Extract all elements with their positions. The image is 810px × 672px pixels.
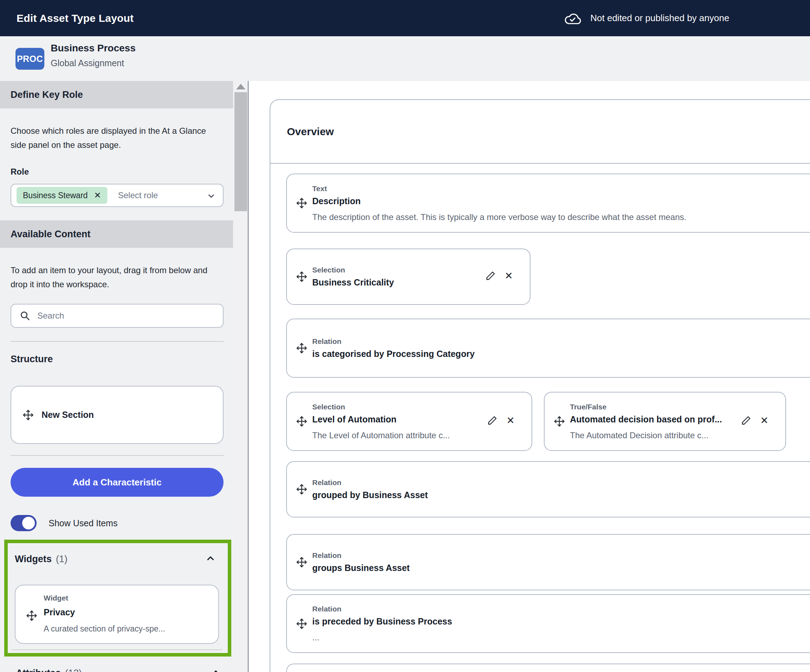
- add-characteristic-button[interactable]: Add a Characteristic: [10, 468, 224, 497]
- new-section-card[interactable]: New Section: [10, 386, 224, 444]
- card-description: The Automated Decision attribute c...: [570, 431, 729, 441]
- card-description: The Level of Automation attribute c...: [312, 431, 475, 441]
- card-title: Business Criticality: [312, 277, 474, 288]
- overview-section-title: Overview: [287, 126, 334, 138]
- collapse-widgets-icon[interactable]: [205, 553, 216, 565]
- layout-card-description[interactable]: Text Description The description of the …: [286, 174, 810, 233]
- layout-card-grouped-by-business-asset[interactable]: Relation grouped by Business Asset: [286, 461, 810, 517]
- card-type-label: Relation: [312, 551, 778, 560]
- layout-workspace: Overview Text Description The descriptio…: [248, 81, 810, 672]
- show-used-items-toggle[interactable]: [10, 515, 37, 531]
- card-type-label: True/False: [570, 403, 729, 411]
- edit-icon[interactable]: [485, 271, 496, 281]
- card-description: The description of the asset. This is ty…: [312, 212, 778, 222]
- widgets-heading-row: Widgets (1): [15, 553, 221, 565]
- publish-status: Not edited or published by anyone: [564, 0, 810, 36]
- available-content-header: Available Content: [0, 220, 233, 248]
- overview-section-header: Overview: [270, 100, 810, 164]
- available-content-description: To add an item to your layout, drag it f…: [10, 263, 215, 292]
- card-title: is preceded by Business Process: [312, 616, 778, 626]
- layout-card-business-criticality[interactable]: Selection Business Criticality ✕: [286, 248, 530, 305]
- widget-type-label: Widget: [44, 594, 68, 602]
- widget-card-privacy[interactable]: Widget Privacy A curated section of priv…: [15, 585, 219, 644]
- move-icon[interactable]: [22, 409, 34, 420]
- role-tag-label: Business Steward: [23, 191, 88, 200]
- widget-description: A curated section of privacy-spe...: [44, 624, 165, 634]
- remove-icon[interactable]: ✕: [505, 271, 513, 281]
- move-icon[interactable]: [26, 610, 37, 621]
- publish-status-text: Not edited or published by anyone: [591, 13, 729, 24]
- card-type-label: Selection: [312, 266, 474, 274]
- move-icon[interactable]: [296, 618, 307, 630]
- new-section-label: New Section: [42, 410, 94, 420]
- available-content-heading: Available Content: [10, 229, 91, 240]
- search-icon: [20, 311, 30, 321]
- card-type-label: Relation: [312, 605, 778, 613]
- layout-card-is-preceded-by[interactable]: Relation is preceded by Business Process…: [286, 594, 810, 653]
- card-title: groups Business Asset: [312, 563, 778, 573]
- asset-assignment-subtitle: Global Assignment: [51, 58, 124, 68]
- layout-card-processing-category[interactable]: Relation is categorised by Processing Ca…: [286, 319, 810, 378]
- edit-icon[interactable]: [487, 415, 498, 426]
- role-select-placeholder: Select role: [118, 191, 158, 200]
- search-input[interactable]: [37, 311, 206, 321]
- asset-type-badge: PROC: [15, 48, 44, 70]
- card-type-label: Relation: [312, 337, 778, 346]
- role-tag-business-steward: Business Steward ✕: [17, 187, 107, 204]
- attributes-heading: Attributes: [16, 668, 61, 672]
- define-key-role-heading: Define Key Role: [10, 89, 83, 100]
- page-title: Edit Asset Type Layout: [17, 12, 134, 24]
- move-icon[interactable]: [554, 416, 565, 427]
- layout-card-level-of-automation[interactable]: Selection Level of Automation The Level …: [286, 392, 532, 451]
- card-type-label: Relation: [312, 478, 778, 487]
- collapse-attributes-icon[interactable]: [211, 667, 221, 672]
- show-used-items-row: Show Used Items: [10, 515, 233, 531]
- move-icon[interactable]: [296, 484, 307, 495]
- widget-title: Privacy: [44, 607, 75, 618]
- layout-card-groups-business-asset[interactable]: Relation groups Business Asset: [286, 534, 810, 590]
- card-title: Description: [312, 196, 778, 206]
- role-label: Role: [10, 167, 233, 177]
- define-key-role-header: Define Key Role: [0, 81, 233, 108]
- define-key-role-description: Choose which roles are displayed in the …: [10, 124, 206, 152]
- widgets-highlight-box: Widgets (1) Widget Privacy A curated sec…: [4, 540, 231, 657]
- attributes-heading-row: Attributes (12): [16, 667, 226, 672]
- card-type-label: Selection: [312, 403, 475, 411]
- divider: [10, 341, 224, 342]
- move-icon[interactable]: [296, 557, 307, 568]
- layout-card-automated-decision[interactable]: True/False Automated decision based on p…: [544, 392, 786, 451]
- scrollbar-thumb[interactable]: [235, 92, 247, 211]
- scrollbar-up-arrow[interactable]: [236, 84, 245, 89]
- remove-role-icon[interactable]: ✕: [94, 191, 101, 199]
- card-type-label: Text: [312, 184, 778, 193]
- card-title: grouped by Business Asset: [312, 490, 778, 500]
- structure-heading: Structure: [10, 354, 233, 365]
- card-title: is categorised by Processing Category: [312, 349, 778, 359]
- asset-header: PROC Business Process Global Assignment: [0, 36, 810, 81]
- divider: [11, 650, 223, 650]
- attributes-count: (12): [65, 668, 82, 672]
- move-icon[interactable]: [296, 271, 307, 282]
- card-description: ...: [312, 633, 778, 642]
- card-title: Level of Automation: [312, 414, 475, 424]
- sidebar: Define Key Role Choose which roles are d…: [0, 81, 233, 672]
- layout-card-partial[interactable]: [286, 664, 810, 672]
- show-used-items-label: Show Used Items: [49, 518, 118, 528]
- widgets-heading: Widgets: [15, 554, 52, 565]
- remove-icon[interactable]: ✕: [506, 416, 515, 425]
- toggle-knob: [22, 517, 35, 529]
- move-icon[interactable]: [296, 416, 307, 427]
- top-bar: Edit Asset Type Layout Not edited or pub…: [0, 0, 810, 36]
- role-select[interactable]: Business Steward ✕ Select role: [10, 184, 224, 207]
- sidebar-scrollbar[interactable]: [233, 81, 248, 672]
- card-title: Automated decision based on prof...: [570, 414, 729, 424]
- search-box[interactable]: [10, 304, 224, 328]
- chevron-down-icon[interactable]: [207, 191, 216, 202]
- move-icon[interactable]: [296, 198, 307, 209]
- cloud-check-icon: [564, 11, 581, 25]
- divider: [10, 455, 224, 456]
- remove-icon[interactable]: ✕: [760, 416, 768, 425]
- asset-type-title: Business Process: [51, 42, 135, 54]
- edit-icon[interactable]: [741, 415, 751, 426]
- move-icon[interactable]: [296, 343, 307, 354]
